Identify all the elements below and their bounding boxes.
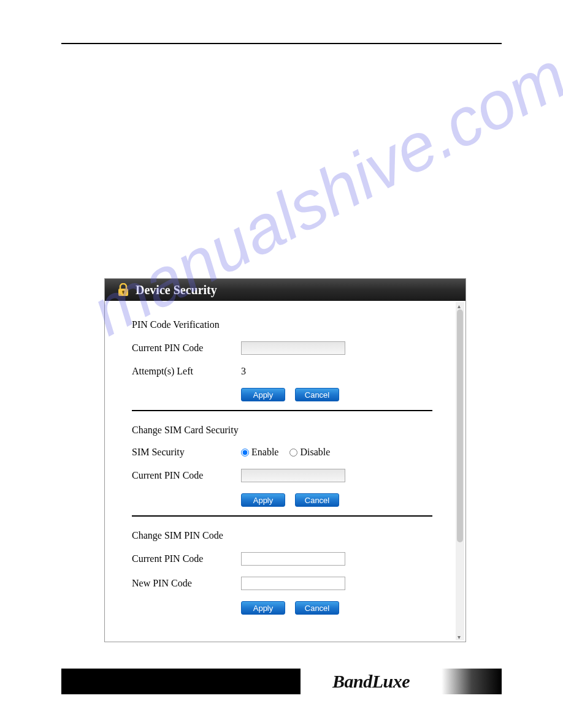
- scroll-down-icon[interactable]: ▾: [455, 633, 462, 640]
- cancel-button-3[interactable]: Cancel: [295, 601, 339, 615]
- footer-bar: BandLuxe: [61, 669, 502, 694]
- apply-button-1[interactable]: Apply: [241, 388, 285, 401]
- attempts-left-value: 3: [241, 366, 246, 377]
- scrollbar-thumb[interactable]: [457, 309, 463, 542]
- page-top-rule: [61, 43, 502, 44]
- cancel-button-2[interactable]: Cancel: [295, 493, 339, 507]
- enable-label: Enable: [251, 447, 278, 458]
- section-divider-1: [132, 410, 432, 411]
- sim-security-label: SIM Security: [132, 447, 241, 458]
- current-pin-label-3: Current PIN Code: [132, 553, 241, 564]
- change-pin-heading: Change SIM PIN Code: [132, 530, 447, 541]
- pin-verification-heading: PIN Code Verification: [132, 319, 447, 330]
- section-divider-2: [132, 515, 432, 517]
- footer-black-strip: [61, 669, 301, 694]
- footer-gradient: [442, 669, 502, 694]
- scroll-up-icon[interactable]: ▴: [455, 302, 462, 309]
- current-pin-input-3[interactable]: [241, 552, 345, 566]
- sim-disable-option[interactable]: Disable: [289, 447, 330, 458]
- device-security-panel: Device Security ▴ ▾ PIN Code Verificatio…: [104, 278, 466, 642]
- sim-security-heading: Change SIM Card Security: [132, 425, 447, 436]
- attempts-left-label: Attempt(s) Left: [132, 366, 241, 377]
- panel-header: Device Security: [105, 279, 465, 301]
- lock-icon: [117, 283, 129, 297]
- disable-label: Disable: [300, 447, 330, 458]
- cancel-button-1[interactable]: Cancel: [295, 388, 339, 401]
- scroll-area: ▴ ▾ PIN Code Verification Current PIN Co…: [105, 301, 465, 642]
- current-pin-label-2: Current PIN Code: [132, 470, 241, 481]
- new-pin-input[interactable]: [241, 577, 345, 590]
- scrollbar-track[interactable]: ▴ ▾: [456, 302, 464, 640]
- sim-enable-radio[interactable]: [241, 449, 249, 457]
- apply-button-2[interactable]: Apply: [241, 493, 285, 507]
- svg-rect-2: [123, 292, 124, 294]
- current-pin-input-1[interactable]: [241, 341, 345, 355]
- new-pin-label: New PIN Code: [132, 578, 241, 589]
- apply-button-3[interactable]: Apply: [241, 601, 285, 615]
- brand-logo: BandLuxe: [301, 669, 442, 694]
- sim-disable-radio[interactable]: [289, 449, 297, 457]
- sim-enable-option[interactable]: Enable: [241, 447, 278, 458]
- panel-title: Device Security: [136, 283, 217, 297]
- current-pin-label-1: Current PIN Code: [132, 343, 241, 354]
- current-pin-input-2[interactable]: [241, 469, 345, 482]
